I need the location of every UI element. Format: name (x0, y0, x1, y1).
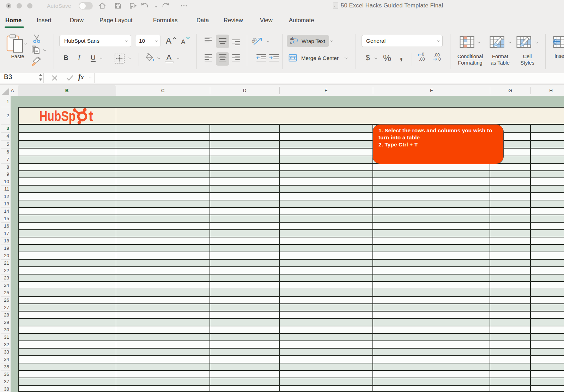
svg-text:t: t (89, 108, 93, 124)
svg-text:HubSp: HubSp (39, 108, 75, 124)
